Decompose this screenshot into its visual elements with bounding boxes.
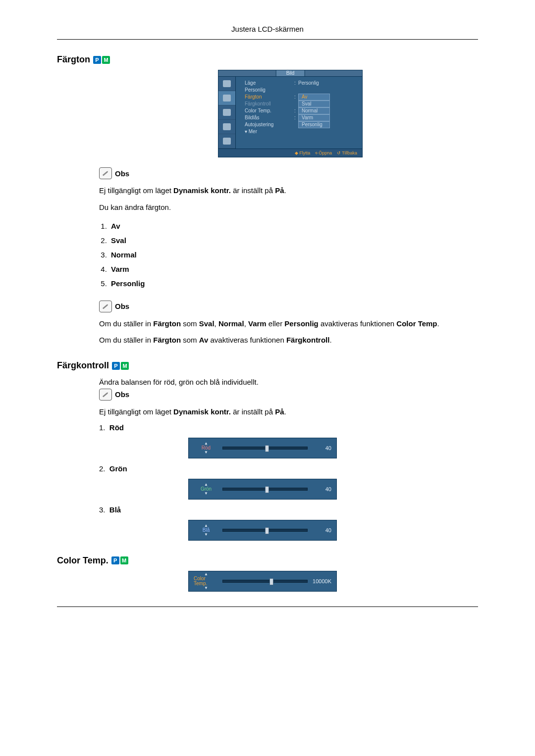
osd-sb-item[interactable] — [218, 134, 235, 149]
slider-thumb[interactable] — [265, 445, 269, 452]
section-title-colortemp: Color Temp. P M — [57, 555, 478, 566]
osd-row-fargton[interactable]: Färgton : Av — [245, 94, 357, 101]
osd-sb-item[interactable] — [218, 120, 235, 134]
slider-labelcol: ▲ Color Temp. ▼ — [194, 572, 218, 590]
osd-label: Färgkontroll — [245, 101, 294, 107]
t: Personlig — [284, 319, 318, 328]
li-label: Varm — [111, 265, 129, 273]
osd-label: Autojustering — [245, 121, 294, 128]
osd-sb-item[interactable] — [218, 105, 235, 120]
slider-track[interactable] — [222, 447, 308, 450]
slider-bla[interactable]: ▲ Blå ▼ 40 — [188, 520, 337, 541]
color-row-label: 2. Grön — [99, 464, 188, 473]
label: Grön — [109, 464, 127, 473]
note-icon — [99, 389, 112, 401]
osd-row-colortemp[interactable]: Color Temp. : Normal — [245, 107, 357, 114]
divider-bottom — [57, 606, 478, 607]
t: På — [275, 186, 284, 195]
num: 3. — [99, 505, 106, 514]
slider-name: Röd — [202, 446, 211, 451]
color-row-label: 1. Röd — [99, 423, 188, 432]
color-row-bla: 3. Blå — [99, 505, 478, 514]
t: Dynamisk kontr. — [173, 407, 231, 416]
slider-value: 40 — [312, 527, 331, 533]
osd-footer-move-label: Flytta — [299, 151, 310, 155]
t: Dynamisk kontr. — [173, 186, 231, 195]
osd-row-autoj[interactable]: Autojustering Personlig — [245, 121, 357, 128]
osd-row-fargkontroll[interactable]: Färgkontroll Sval — [245, 101, 357, 107]
slider-name: Grön — [201, 487, 212, 492]
badge-p: P — [93, 56, 101, 64]
t: Färgkontroll — [286, 336, 330, 344]
t: avaktiveras funktionen — [208, 336, 286, 344]
fk-intro: Ändra balansen för röd, grön och blå ind… — [99, 377, 478, 388]
down-arrow-icon: ▼ — [204, 451, 208, 454]
osd-footer: ◆Flytta ⎆Öppna ↺Tillbaka — [218, 149, 362, 157]
t: Av — [199, 336, 209, 344]
t: som — [181, 319, 199, 328]
osd-row-lage[interactable]: Läge : Personlig — [245, 80, 357, 87]
slider-track[interactable] — [222, 488, 308, 491]
p-av: Om du ställer in Färgton som Av avaktive… — [99, 335, 478, 346]
slider-name: Blå — [203, 528, 210, 533]
osd-footer-open-label: Öppna — [319, 151, 332, 155]
p-sval: Om du ställer in Färgton som Sval, Norma… — [99, 318, 478, 329]
pencil-icon — [101, 168, 110, 178]
osd-sb-item[interactable] — [218, 77, 235, 91]
osd-value-box: Personlig — [298, 121, 330, 128]
osd-label: Färgton — [245, 94, 294, 101]
osd-footer-move: ◆Flytta — [295, 149, 310, 157]
t: . — [329, 336, 331, 344]
slider-labelcol: ▲ Grön ▼ — [194, 483, 218, 496]
t: Om du ställer in — [99, 319, 153, 328]
slider-labelcol: ▲ Röd ▼ — [194, 442, 218, 454]
list-item: Personlig — [109, 276, 478, 291]
slider-gron[interactable]: ▲ Grön ▼ 40 — [188, 479, 337, 500]
osd-row-mer[interactable]: ▾ Mer — [245, 128, 357, 135]
diamond-icon: ◆ — [295, 151, 298, 155]
osd-body: Läge : Personlig Personlig Färgton : Av — [218, 77, 362, 149]
osd-label: Läge — [245, 80, 294, 87]
osd-sb-item[interactable] — [218, 91, 235, 105]
slider-thumb[interactable] — [269, 578, 273, 585]
t: , — [214, 319, 218, 328]
t: är inställt på — [231, 186, 275, 195]
color-row-label: 3. Blå — [99, 505, 188, 514]
note-label: Obs — [115, 169, 129, 178]
pencil-icon — [101, 302, 110, 311]
slider-track[interactable] — [222, 580, 308, 583]
screen-icon — [223, 95, 231, 101]
slider-rod[interactable]: ▲ Röd ▼ 40 — [188, 438, 337, 458]
slider-thumb[interactable] — [265, 527, 269, 534]
osd-value: Personlig — [298, 121, 357, 128]
osd-sidebar — [218, 77, 236, 149]
slider-track[interactable] — [222, 529, 308, 532]
note-row: Obs — [99, 389, 478, 401]
osd-colon: : — [294, 114, 298, 121]
osd-colon: : — [294, 80, 298, 87]
note-text: Ej tillgängligt om läget Dynamisk kontr.… — [99, 185, 478, 196]
section-title-text: Color Temp. — [57, 555, 108, 566]
t: är inställt på — [231, 407, 275, 416]
disc-icon — [223, 109, 231, 116]
osd-label: Bildlås — [245, 114, 294, 121]
osd-value: Av — [298, 94, 357, 101]
down-arrow-icon: ▼ — [204, 586, 208, 590]
return-icon: ↺ — [337, 151, 341, 155]
osd-row-bildlas[interactable]: Bildlås : Varm — [245, 114, 357, 121]
fargton-block: Bild Läge : Personlig — [99, 70, 478, 346]
osd-main: Läge : Personlig Personlig Färgton : Av — [236, 77, 362, 149]
color-row-rod: 1. Röd — [99, 423, 478, 432]
num: 1. — [99, 423, 106, 432]
section-title-fargton: Färgton P M — [57, 54, 478, 65]
slider-colortemp[interactable]: ▲ Color Temp. ▼ 10000K — [188, 571, 337, 592]
t: Normal — [218, 319, 244, 328]
pm-badges: P M — [111, 556, 128, 564]
slider-thumb[interactable] — [265, 486, 269, 493]
slider-labelcol: ▲ Blå ▼ — [194, 524, 218, 537]
section-title-text: Färgkontroll — [57, 360, 109, 371]
t: Färgton — [153, 336, 181, 344]
osd-row-personlig[interactable]: Personlig — [245, 87, 357, 94]
p-change: Du kan ändra färgton. — [99, 202, 478, 213]
gear-icon — [223, 123, 231, 130]
